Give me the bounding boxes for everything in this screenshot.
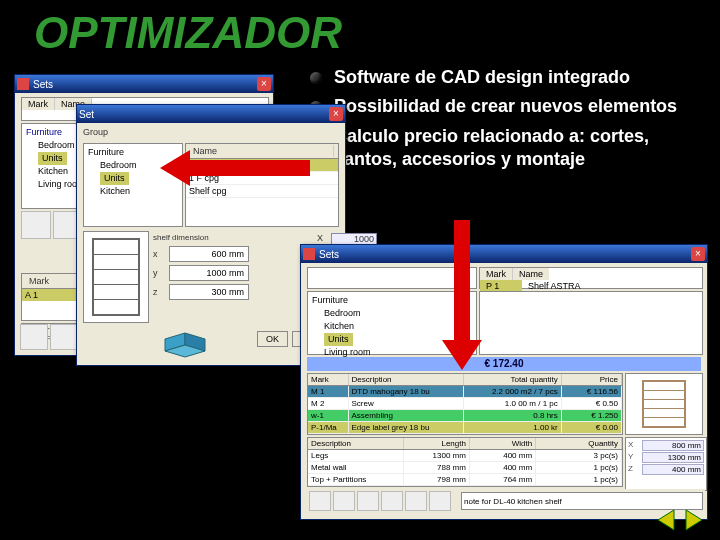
toolbar-icon[interactable] bbox=[333, 491, 355, 511]
axis-value: 1300 mm bbox=[642, 452, 704, 463]
col-header: Name bbox=[190, 145, 334, 157]
next-slide-button[interactable] bbox=[682, 508, 706, 532]
tree-item[interactable]: Bedroom bbox=[88, 159, 178, 172]
cube-icon bbox=[157, 327, 213, 359]
cell[interactable]: 1300 mm bbox=[404, 450, 470, 461]
file-item-selected[interactable]: Shelf cpg bbox=[186, 159, 338, 171]
bullet-text: Software de CAD design integrado bbox=[334, 66, 630, 89]
cell[interactable]: w-1 bbox=[308, 410, 349, 421]
cell[interactable]: Screw bbox=[349, 398, 464, 409]
cell[interactable]: P-1/Ma bbox=[308, 422, 349, 433]
x-label: x bbox=[153, 249, 169, 259]
parts-table: DescriptionLengthWidthQuantity Legs1300 … bbox=[307, 437, 623, 487]
tree-item[interactable]: Bedroom bbox=[312, 307, 472, 320]
col-header: Mark bbox=[480, 268, 513, 280]
toolbar-icon[interactable] bbox=[21, 211, 51, 239]
titlebar-text: Sets bbox=[319, 249, 691, 260]
group-tree[interactable]: Furniture Bedroom Units Kitchen bbox=[83, 143, 183, 227]
tree-item-selected[interactable]: Units bbox=[38, 152, 67, 165]
y-input[interactable] bbox=[169, 265, 249, 281]
cell[interactable]: 1 pc(s) bbox=[536, 462, 622, 473]
cell[interactable]: DTD mahogany 18 bu bbox=[349, 386, 464, 397]
dimension-panel: shelf dimension x y z bbox=[153, 233, 249, 303]
bullet-text: Calculo precio relacionado a: cortes, ca… bbox=[334, 125, 690, 172]
group-label: Group bbox=[83, 127, 108, 137]
cell[interactable]: 1 pc(s) bbox=[536, 474, 622, 485]
cell[interactable]: M 2 bbox=[308, 398, 349, 409]
col-header: Mark bbox=[308, 374, 349, 385]
svg-marker-6 bbox=[686, 510, 702, 530]
col-header: Name bbox=[513, 268, 549, 280]
cell[interactable]: Metal wall bbox=[308, 462, 404, 473]
cell[interactable]: A 1 bbox=[22, 289, 79, 301]
cell[interactable]: Edge label grey 18 bu bbox=[349, 422, 464, 433]
furniture-preview bbox=[625, 373, 703, 435]
slide-nav bbox=[654, 508, 706, 532]
cell[interactable]: € 0.00 bbox=[562, 422, 622, 433]
tree-item-selected[interactable]: Units bbox=[100, 172, 129, 185]
cell[interactable]: 764 mm bbox=[470, 474, 536, 485]
axis-label: X bbox=[628, 440, 642, 451]
toolbar-icon[interactable] bbox=[381, 491, 403, 511]
tree-root[interactable]: Furniture bbox=[88, 146, 178, 159]
axis-value: 400 mm bbox=[642, 464, 704, 475]
app-icon bbox=[17, 78, 29, 90]
toolbar-icon[interactable] bbox=[357, 491, 379, 511]
bullet-dot bbox=[310, 72, 322, 84]
prev-slide-button[interactable] bbox=[654, 508, 678, 532]
x-input[interactable] bbox=[169, 246, 249, 262]
file-item[interactable]: 1 F cpg bbox=[186, 172, 338, 184]
right-header: MarkName P 1Shelf ASTRA bbox=[479, 267, 703, 289]
cell[interactable]: Legs bbox=[308, 450, 404, 461]
dimension-label: shelf dimension bbox=[153, 233, 249, 242]
col-header: Mark bbox=[26, 275, 83, 287]
materials-table: MarkDescriptionTotal quantityPrice M 1DT… bbox=[307, 373, 623, 435]
titlebar: Set× bbox=[77, 105, 345, 123]
toolbar-icon[interactable] bbox=[309, 491, 331, 511]
titlebar-text: Set bbox=[79, 109, 329, 120]
col-header: Length bbox=[404, 438, 470, 449]
close-icon[interactable]: × bbox=[257, 77, 271, 91]
cell[interactable]: 1.00 kr bbox=[464, 422, 562, 433]
cell[interactable]: € 1.250 bbox=[562, 410, 622, 421]
file-item[interactable]: Shelf cpg bbox=[186, 185, 338, 197]
cell[interactable]: 1.0 00 m / 1 pc bbox=[464, 398, 562, 409]
bottom-toolbar bbox=[307, 489, 705, 513]
cell[interactable]: 0.8 hrs bbox=[464, 410, 562, 421]
left-header bbox=[307, 267, 477, 289]
cell[interactable]: M 1 bbox=[308, 386, 349, 397]
cell[interactable]: 2.2 000 m2 / 7 pcs bbox=[464, 386, 562, 397]
z-input[interactable] bbox=[169, 284, 249, 300]
tree-root[interactable]: Furniture bbox=[312, 294, 472, 307]
toolbar-icon[interactable] bbox=[429, 491, 451, 511]
tree-item[interactable]: Kitchen bbox=[88, 185, 178, 198]
titlebar-text: Sets bbox=[33, 79, 257, 90]
bullet-list: Software de CAD design integrado Possibi… bbox=[310, 66, 690, 178]
cell[interactable]: Top + Partitions bbox=[308, 474, 404, 485]
toolbar-icon[interactable] bbox=[405, 491, 427, 511]
file-list[interactable]: Name Shelf cpg 1 F cpg Shelf cpg bbox=[185, 143, 339, 227]
tree-pane[interactable]: Furniture Bedroom Kitchen Units Living r… bbox=[307, 291, 477, 355]
toolbar-icon[interactable] bbox=[20, 324, 48, 350]
close-icon[interactable]: × bbox=[691, 247, 705, 261]
col-header: Total quantity bbox=[464, 374, 562, 385]
cell[interactable]: 400 mm bbox=[470, 462, 536, 473]
col-header: Price bbox=[562, 374, 622, 385]
toolbar-icon[interactable] bbox=[50, 324, 78, 350]
cell[interactable]: € 116.56 bbox=[562, 386, 622, 397]
price-bar: € 172.40 bbox=[307, 357, 701, 371]
preview-pane bbox=[83, 231, 149, 323]
svg-marker-5 bbox=[658, 510, 674, 530]
cell[interactable]: 798 mm bbox=[404, 474, 470, 485]
tree-item[interactable]: Kitchen bbox=[312, 320, 472, 333]
tree-item-selected[interactable]: Units bbox=[324, 333, 353, 346]
cell[interactable]: 788 mm bbox=[404, 462, 470, 473]
cell[interactable]: 400 mm bbox=[470, 450, 536, 461]
cell[interactable]: € 0.50 bbox=[562, 398, 622, 409]
ok-button[interactable]: OK bbox=[257, 331, 288, 347]
col-header: Description bbox=[349, 374, 464, 385]
close-icon[interactable]: × bbox=[329, 107, 343, 121]
app-icon bbox=[303, 248, 315, 260]
cell[interactable]: Assembling bbox=[349, 410, 464, 421]
cell[interactable]: 3 pc(s) bbox=[536, 450, 622, 461]
